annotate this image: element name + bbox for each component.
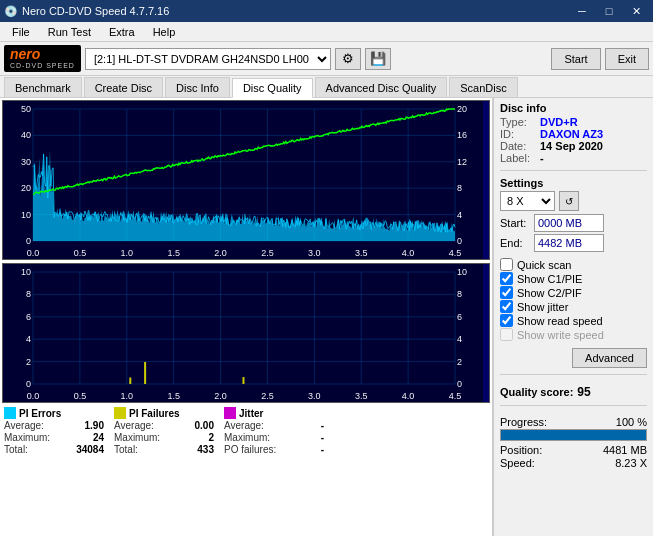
pi-failures-max-value: 2 [208, 432, 214, 443]
progress-label: Progress: [500, 416, 547, 428]
pi-errors-total-label: Total: [4, 444, 28, 455]
pi-errors-total-value: 34084 [76, 444, 104, 455]
disc-label-value: - [540, 152, 544, 164]
jitter-avg-label: Average: [224, 420, 264, 431]
pi-failures-avg-value: 0.00 [195, 420, 214, 431]
pi-failures-total-label: Total: [114, 444, 138, 455]
start-input[interactable] [534, 214, 604, 232]
date-value: 14 Sep 2020 [540, 140, 603, 152]
jitter-po-label: PO failures: [224, 444, 276, 455]
show-jitter-label: Show jitter [517, 301, 568, 313]
exit-button[interactable]: Exit [605, 48, 649, 70]
jitter-color [224, 407, 236, 419]
toolbar-icon-btn-2[interactable]: 💾 [365, 48, 391, 70]
jitter-label: Jitter [239, 408, 263, 419]
tab-create-disc[interactable]: Create Disc [84, 77, 163, 97]
pi-failures-avg-label: Average: [114, 420, 154, 431]
stats-row: PI Errors Average: 1.90 Maximum: 24 Tota… [2, 403, 490, 457]
progress-bar-fill [501, 430, 646, 440]
tab-advanced-disc-quality[interactable]: Advanced Disc Quality [315, 77, 448, 97]
settings-section: Settings 8 X ↺ Start: End: [500, 177, 647, 254]
settings-title: Settings [500, 177, 647, 189]
quality-score-value: 95 [577, 385, 590, 399]
start-button[interactable]: Start [551, 48, 600, 70]
main-content: PI Errors Average: 1.90 Maximum: 24 Tota… [0, 98, 653, 536]
position-value: 4481 MB [603, 444, 647, 456]
pi-failures-max-label: Maximum: [114, 432, 160, 443]
show-c1-pie-checkbox[interactable] [500, 272, 513, 285]
jitter-avg-value: - [321, 420, 324, 431]
pi-errors-avg-value: 1.90 [85, 420, 104, 431]
pi-errors-max-value: 24 [93, 432, 104, 443]
bottom-chart [2, 263, 490, 403]
pi-errors-avg-label: Average: [4, 420, 44, 431]
toolbar-icon-btn-1[interactable]: ⚙ [335, 48, 361, 70]
progress-section: Progress: 100 % Position: 4481 MB Speed:… [500, 416, 647, 470]
drive-select[interactable]: [2:1] HL-DT-ST DVDRAM GH24NSD0 LH00 [85, 48, 331, 70]
show-c2-pif-label: Show C2/PIF [517, 287, 582, 299]
menu-extra[interactable]: Extra [101, 24, 143, 40]
chart-panel: PI Errors Average: 1.90 Maximum: 24 Tota… [0, 98, 493, 536]
advanced-button[interactable]: Advanced [572, 348, 647, 368]
type-label: Type: [500, 116, 536, 128]
pi-failures-stats: PI Failures Average: 0.00 Maximum: 2 Tot… [114, 407, 214, 455]
pi-failures-label: PI Failures [129, 408, 180, 419]
pi-errors-color [4, 407, 16, 419]
tab-benchmark[interactable]: Benchmark [4, 77, 82, 97]
close-button[interactable]: ✕ [623, 2, 649, 20]
show-c1-pie-label: Show C1/PIE [517, 273, 582, 285]
jitter-po-value: - [321, 444, 324, 455]
type-value: DVD+R [540, 116, 578, 128]
title-bar: 💿 Nero CD-DVD Speed 4.7.7.16 ─ □ ✕ [0, 0, 653, 22]
divider-3 [500, 405, 647, 406]
show-c2-pif-checkbox[interactable] [500, 286, 513, 299]
maximize-button[interactable]: □ [596, 2, 622, 20]
pi-failures-total-value: 433 [197, 444, 214, 455]
tab-scan-disc[interactable]: ScanDisc [449, 77, 517, 97]
date-label: Date: [500, 140, 536, 152]
speed-select[interactable]: 8 X [500, 191, 555, 211]
disc-info-section: Disc info Type: DVD+R ID: DAXON AZ3 Date… [500, 102, 647, 164]
id-label: ID: [500, 128, 536, 140]
show-read-speed-checkbox[interactable] [500, 314, 513, 327]
show-write-speed-checkbox [500, 328, 513, 341]
menu-help[interactable]: Help [145, 24, 184, 40]
pi-errors-stats: PI Errors Average: 1.90 Maximum: 24 Tota… [4, 407, 104, 455]
divider-1 [500, 170, 647, 171]
tab-disc-quality[interactable]: Disc Quality [232, 78, 313, 98]
tab-disc-info[interactable]: Disc Info [165, 77, 230, 97]
window-controls: ─ □ ✕ [569, 2, 649, 20]
quick-scan-label: Quick scan [517, 259, 571, 271]
checkboxes-section: Quick scan Show C1/PIE Show C2/PIF Show … [500, 258, 647, 342]
minimize-button[interactable]: ─ [569, 2, 595, 20]
speed-label: Speed: [500, 457, 535, 469]
divider-2 [500, 374, 647, 375]
refresh-button[interactable]: ↺ [559, 191, 579, 211]
nero-logo: nero CD-DVD SPEED [4, 45, 81, 72]
show-jitter-checkbox[interactable] [500, 300, 513, 313]
jitter-max-label: Maximum: [224, 432, 270, 443]
app-icon: 💿 [4, 5, 18, 18]
end-label: End: [500, 237, 530, 249]
speed-value: 8.23 X [615, 457, 647, 469]
start-label: Start: [500, 217, 530, 229]
window-title: Nero CD-DVD Speed 4.7.7.16 [22, 5, 169, 17]
quick-scan-checkbox[interactable] [500, 258, 513, 271]
tabs: Benchmark Create Disc Disc Info Disc Qua… [0, 76, 653, 98]
progress-bar [500, 429, 647, 441]
quality-score-label: Quality score: [500, 386, 573, 398]
show-read-speed-label: Show read speed [517, 315, 603, 327]
disc-info-title: Disc info [500, 102, 647, 114]
end-input[interactable] [534, 234, 604, 252]
disc-label-label: Label: [500, 152, 536, 164]
right-panel: Disc info Type: DVD+R ID: DAXON AZ3 Date… [493, 98, 653, 536]
jitter-max-value: - [321, 432, 324, 443]
menu-run-test[interactable]: Run Test [40, 24, 99, 40]
top-chart [2, 100, 490, 260]
menu-bar: File Run Test Extra Help [0, 22, 653, 42]
jitter-stats: Jitter Average: - Maximum: - PO failures… [224, 407, 324, 455]
id-value: DAXON AZ3 [540, 128, 603, 140]
menu-file[interactable]: File [4, 24, 38, 40]
toolbar: nero CD-DVD SPEED [2:1] HL-DT-ST DVDRAM … [0, 42, 653, 76]
pi-errors-max-label: Maximum: [4, 432, 50, 443]
